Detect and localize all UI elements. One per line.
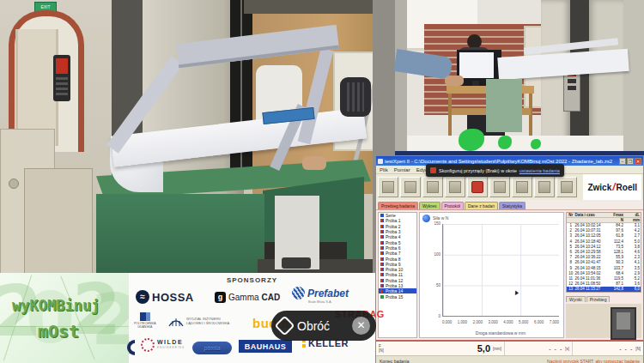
x-axis-ticks: 0,0001,0002,0003,0004,0005,0006,0007,000: [442, 320, 559, 324]
col-fmax: Fmax: [608, 213, 624, 217]
menu-item[interactable]: Pomiar: [394, 167, 410, 172]
paint-strip: [407, 136, 623, 151]
wilde-ring-icon: [141, 338, 155, 352]
x-tick: 1,000: [458, 320, 467, 324]
col-nr: Nr: [567, 213, 574, 217]
toolbar-button[interactable]: [556, 177, 577, 197]
force-unit: [N]: [379, 348, 384, 353]
rotate-icon: [274, 315, 295, 336]
sponsor-hossa: ≈ HOSSA: [136, 290, 194, 304]
menu-item[interactable]: Plik: [380, 167, 388, 172]
sponsor-politechnika: POLITECHNIKAGDAŃSKA: [134, 312, 156, 329]
window-control-button[interactable]: –: [619, 158, 626, 165]
gammacad-prefix: Gamma: [228, 293, 259, 302]
toolbar-icon: [471, 181, 483, 193]
hossa-icon: ≈: [136, 290, 149, 304]
toolbar-buttons: [378, 177, 577, 197]
test-icon: [380, 279, 384, 282]
toolbar-button[interactable]: [512, 177, 532, 197]
oval-logo-icon: ptmta: [192, 342, 232, 354]
wall-edge: [395, 0, 407, 156]
x-tick: 2,000: [473, 320, 483, 324]
toolbar-button[interactable]: [534, 177, 555, 197]
chart-x-axis-label: Droga standardowa w mm: [442, 330, 559, 336]
prefabet-subtitle: Białe Błota S.A.: [308, 299, 332, 304]
notification-link[interactable]: ustawienia badania: [519, 168, 560, 173]
machine-guide-slot: [230, 0, 252, 184]
control-keys: [56, 77, 68, 96]
bridge-glyph-icon: [168, 314, 184, 328]
test-icon: [380, 263, 384, 266]
hossa-label: HOSSA: [152, 291, 194, 304]
mouse-cursor: ▲: [512, 287, 520, 297]
cell-nr: 13: [567, 287, 574, 292]
series-icon: [380, 214, 384, 217]
rotate-screen-button[interactable]: Obróć ✕: [271, 311, 376, 341]
test-icon: [380, 284, 384, 287]
arc-logo-icon: [127, 340, 135, 355]
window-control-button[interactable]: ❐: [627, 158, 634, 165]
toolbar-button[interactable]: [422, 177, 443, 197]
event-logo-line1: wyKOMBinuj: [12, 297, 100, 314]
toolbar-button[interactable]: [489, 177, 510, 197]
tree-item-label: Próba 11: [386, 272, 403, 277]
toolbar-button[interactable]: [378, 177, 398, 197]
bauhaus-label: BAUHAUS: [239, 340, 292, 353]
test-icon: [380, 241, 384, 245]
cell-dl: 6,0: [624, 287, 641, 292]
status-right-text: Naciśnij przycisk START, aby rozpocząć b…: [547, 359, 640, 363]
x-tick: 3,000: [488, 320, 497, 324]
unit-dl: mm: [624, 218, 641, 222]
video-frame: EXIT: [0, 0, 644, 363]
workspace-tab[interactable]: Dane z badań: [465, 202, 498, 209]
workspace-tab[interactable]: Wykres: [419, 202, 440, 209]
time-unit: [s]: [565, 347, 569, 351]
y-tick: 100: [434, 252, 440, 257]
status-left-text: Koniec badania: [380, 359, 409, 363]
toolbar-icon: [561, 181, 573, 193]
test-icon: [380, 246, 384, 250]
toolbar-icon: [427, 181, 439, 193]
tree-item-label: Próba 8: [386, 257, 401, 262]
tree-item-label: Próba 4: [386, 234, 401, 239]
toolbar: Zwick / Roell Skonfiguruj przyrządy (Bra…: [376, 174, 643, 200]
toolbar-button[interactable]: [467, 177, 488, 197]
workspace-content: Serie Próba 1 Próba 2: [376, 210, 643, 340]
tree-item-label: Próba 1: [386, 218, 401, 223]
workspace-tab[interactable]: Statystyka: [499, 202, 526, 209]
wilde-label: WILDE: [157, 339, 185, 345]
unit-nr: [567, 218, 574, 222]
toolbar-button[interactable]: [445, 177, 465, 197]
window-control-button[interactable]: ✕: [635, 158, 641, 165]
results-panel: Nr Data i czas Fmax dL N mm: [566, 212, 641, 338]
sponsor-prefabet: Prefabet Białe Błota S.A.: [292, 287, 349, 304]
x-tick: 0,000: [442, 320, 452, 324]
cell-date: 26.04 11:15:27: [574, 287, 608, 292]
col-dl: dL: [624, 213, 641, 217]
close-icon[interactable]: ✕: [352, 317, 370, 335]
toolbar-button[interactable]: [400, 177, 421, 197]
tree-item-label: Próba 13: [386, 283, 403, 288]
tree-item-label: Próba 7: [386, 251, 401, 256]
tree-item-label: Próba 10: [386, 267, 403, 272]
toolbar-icon: [382, 181, 394, 193]
sponsors-title: SPONSORZY: [129, 276, 375, 284]
table-row[interactable]: 13 26.04 11:15:27 142,8 6,0: [567, 287, 641, 292]
workspace-tab[interactable]: Przebieg badania: [378, 202, 418, 209]
aux-segment: - - - [N]: [573, 342, 643, 355]
cell-fmax: 142,8: [608, 287, 624, 292]
sponsor-wilis: WYDZIAŁ INŻYNIERIILĄDOWEJ I ŚRODOWISKA: [168, 314, 229, 328]
workspace-tab[interactable]: Protokół: [441, 202, 464, 209]
col-date: Data i czas: [574, 213, 608, 217]
warning-icon: [430, 167, 436, 173]
event-logo-band: 2 0 2 2 wyKOMBinuj mOst: [0, 273, 129, 363]
sponsor-oval-logo: ptmta: [192, 342, 232, 354]
mini-tab[interactable]: Wyniki: [566, 296, 586, 302]
secondary-camera-view: [395, 0, 644, 156]
force-position-segment: F [N] 5,0 [mm]: [376, 342, 505, 355]
sponsor-wilde: WILDE ENGINEERING: [141, 338, 185, 352]
mini-tab[interactable]: Przebieg: [586, 296, 611, 302]
tree-item[interactable]: Próba 15: [379, 293, 416, 299]
logo-digit: 0: [26, 283, 75, 354]
test-icon: [380, 273, 384, 276]
